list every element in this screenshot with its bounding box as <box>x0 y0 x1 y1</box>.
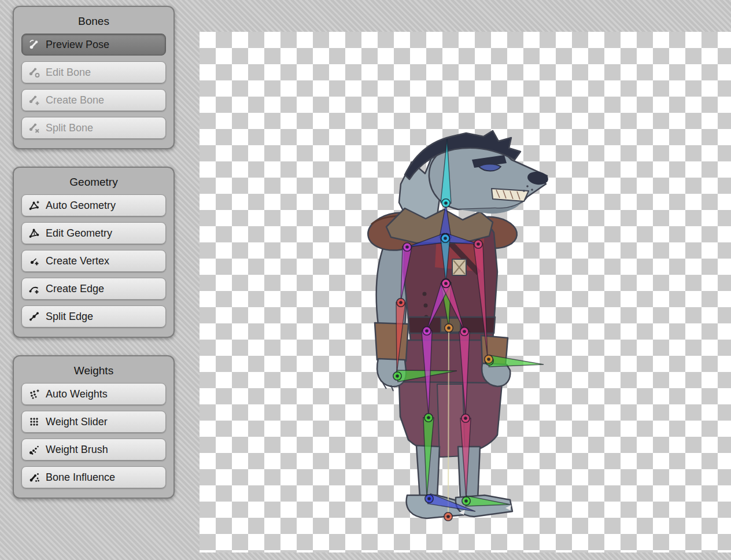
panel-weights-title: Weights <box>21 364 166 377</box>
joint-foot-right-center <box>464 499 468 503</box>
joint-upper-arm-left-center <box>405 245 409 249</box>
joint-chest-center <box>444 237 447 240</box>
joint-thigh-right-center <box>463 330 466 333</box>
joint-shin-left-center <box>427 416 430 419</box>
weight-brush-label: Weight Brush <box>46 444 108 456</box>
bone-link-line <box>448 328 449 515</box>
joint-hip-right-center <box>444 282 448 285</box>
create-edge-label: Create Edge <box>46 283 104 295</box>
panel-weights: Weights Auto Weights Weight Slider Weigh… <box>13 355 175 499</box>
create-vertex-icon <box>28 255 40 267</box>
edit-bone-button[interactable]: Edit Bone <box>21 61 166 83</box>
create-bone-icon <box>28 94 40 106</box>
split-edge-icon <box>28 310 40 323</box>
create-vertex-button[interactable]: Create Vertex <box>21 250 166 272</box>
joint-shin-right-center <box>464 417 467 420</box>
joint-extra-2-center <box>446 515 450 518</box>
create-edge-icon <box>28 282 40 295</box>
bone-hand-right[interactable] <box>489 355 544 367</box>
weight-slider-label: Weight Slider <box>46 416 108 428</box>
auto-weights-label: Auto Weights <box>46 388 108 400</box>
edit-geometry-icon <box>28 227 40 240</box>
joint-upper-arm-right-center <box>477 242 480 246</box>
panel-geometry: Geometry Auto Geometry Edit Geometry Cre… <box>13 167 175 338</box>
auto-geometry-label: Auto Geometry <box>46 200 116 212</box>
preview-pose-icon <box>28 38 40 51</box>
weight-brush-button[interactable]: Weight Brush <box>21 439 166 460</box>
create-bone-button[interactable]: Create Bone <box>21 89 166 111</box>
panel-bones-title: Bones <box>21 15 166 28</box>
edit-bone-icon <box>28 66 40 79</box>
split-edge-button[interactable]: Split Edge <box>21 305 166 327</box>
joint-thigh-left-center <box>425 329 429 333</box>
weight-slider-button[interactable]: Weight Slider <box>21 411 166 433</box>
joint-extra-1-center <box>487 358 490 361</box>
auto-geometry-icon <box>28 199 40 212</box>
split-bone-label: Split Bone <box>46 122 93 134</box>
character-sprite[interactable] <box>366 131 549 518</box>
bone-influence-icon <box>28 471 40 484</box>
panel-geometry-title: Geometry <box>21 176 166 189</box>
canvas-svg <box>200 32 731 552</box>
auto-weights-button[interactable]: Auto Weights <box>21 383 166 405</box>
weight-brush-icon <box>28 443 40 456</box>
edit-bone-label: Edit Bone <box>46 67 91 79</box>
split-edge-label: Split Edge <box>46 311 93 323</box>
edit-geometry-button[interactable]: Edit Geometry <box>21 222 166 244</box>
split-bone-icon <box>28 121 40 134</box>
preview-pose-button[interactable]: Preview Pose <box>21 34 166 56</box>
preview-pose-label: Preview Pose <box>46 39 109 51</box>
sprite-canvas[interactable] <box>200 32 731 552</box>
joint-head-center <box>444 201 448 205</box>
split-bone-button[interactable]: Split Bone <box>21 117 166 139</box>
create-vertex-label: Create Vertex <box>46 255 109 267</box>
create-bone-label: Create Bone <box>46 94 104 106</box>
auto-weights-icon <box>28 388 40 400</box>
edit-geometry-label: Edit Geometry <box>46 227 112 240</box>
bone-influence-button[interactable]: Bone Influence <box>21 466 166 488</box>
joint-forearm-left-center <box>399 301 403 304</box>
panel-bones: Bones Preview Pose Edit Bone Create Bone… <box>13 6 175 149</box>
create-edge-button[interactable]: Create Edge <box>21 278 166 300</box>
auto-geometry-button[interactable]: Auto Geometry <box>21 194 166 216</box>
joint-extra-0-center <box>447 326 451 330</box>
joint-foot-left-center <box>427 497 431 500</box>
joint-hand-left-center <box>396 374 399 378</box>
bone-influence-label: Bone Influence <box>46 471 115 484</box>
weight-slider-icon <box>28 415 40 428</box>
